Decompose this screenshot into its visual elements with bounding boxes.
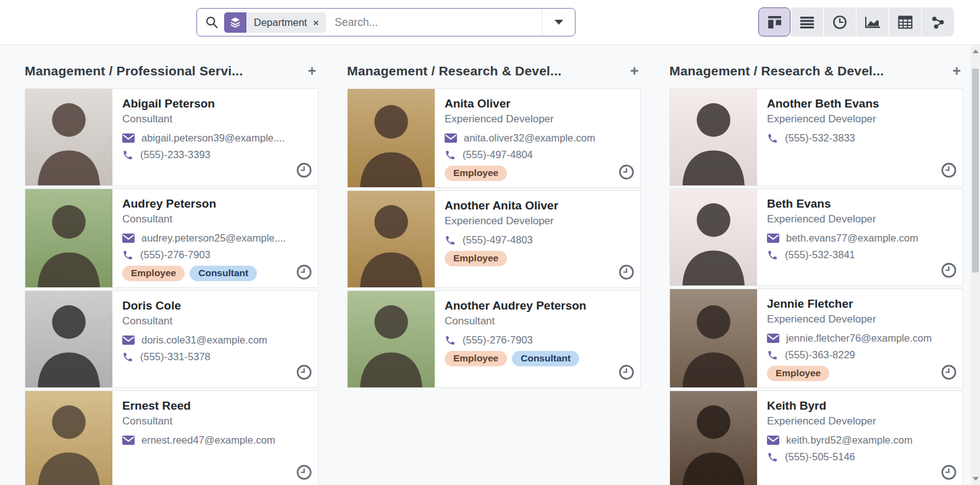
employee-card[interactable]: Jennie Fletcher Experienced Developer je… <box>669 289 963 388</box>
employee-email-row[interactable]: jennie.fletcher76@example.com <box>767 332 954 344</box>
employee-tags: EmployeeConsultant <box>445 351 632 366</box>
employee-card[interactable]: Audrey Peterson Consultant audrey.peters… <box>25 188 319 288</box>
employee-card[interactable]: Anita Oliver Experienced Developer anita… <box>347 88 641 188</box>
employee-job-title: Consultant <box>122 213 309 226</box>
employee-tag: Employee <box>767 366 829 381</box>
activity-clock-icon[interactable] <box>940 364 957 383</box>
employee-card[interactable]: Another Audrey Peterson Consultant (555)… <box>347 290 641 388</box>
envelope-icon <box>445 133 457 143</box>
scroll-down-arrow[interactable] <box>971 474 980 484</box>
employee-card[interactable]: Doris Cole Consultant doris.cole31@examp… <box>25 290 319 388</box>
activity-clock-icon[interactable] <box>296 464 312 483</box>
column-cards: Anita Oliver Experienced Developer anita… <box>347 88 641 388</box>
employee-name: Anita Oliver <box>445 97 632 111</box>
employee-phone-row[interactable]: (555)-276-7903 <box>122 249 309 261</box>
search-bar[interactable]: Department × <box>196 8 576 36</box>
employee-phone: (555)-532-3841 <box>785 249 855 261</box>
search-input[interactable] <box>326 16 542 29</box>
employee-card-body: Another Anita Oliver Experienced Develop… <box>435 191 640 287</box>
employee-card[interactable]: Another Anita Oliver Experienced Develop… <box>347 190 641 288</box>
employee-name: Another Anita Oliver <box>445 199 632 213</box>
view-pivot-button[interactable] <box>889 7 921 36</box>
employee-phone-row[interactable]: (555)-363-8229 <box>767 349 954 361</box>
employee-tags: Employee <box>445 166 632 181</box>
employee-card-body: Doris Cole Consultant doris.cole31@examp… <box>112 291 318 387</box>
activity-clock-icon[interactable] <box>618 264 635 283</box>
employee-name: Jennie Fletcher <box>767 297 954 311</box>
employee-tags: Employee <box>767 366 954 381</box>
employee-email-row[interactable]: abigail.peterson39@example.... <box>122 132 309 144</box>
view-kanban-button[interactable] <box>758 7 790 36</box>
phone-icon <box>122 352 133 363</box>
layers-icon <box>224 12 246 33</box>
employee-card-body: Another Audrey Peterson Consultant (555)… <box>435 291 640 387</box>
facet-remove-icon[interactable]: × <box>313 17 319 28</box>
activity-clock-icon[interactable] <box>940 464 957 483</box>
search-facet-label: Department <box>254 17 307 28</box>
phone-icon <box>122 250 133 261</box>
activity-clock-icon[interactable] <box>940 162 957 181</box>
employee-phone-row[interactable]: (555)-497-4804 <box>445 149 632 161</box>
employee-email: jennie.fletcher76@example.com <box>786 332 932 344</box>
search-options-toggle[interactable] <box>542 9 575 36</box>
add-record-button[interactable]: + <box>630 64 639 78</box>
activity-clock-icon[interactable] <box>618 164 635 183</box>
employee-phone-row[interactable]: (555)-497-4803 <box>445 234 632 246</box>
employee-phone-row[interactable]: (555)-233-3393 <box>122 149 309 161</box>
employee-name: Keith Byrd <box>767 399 954 413</box>
employee-email-row[interactable]: beth.evans77@example.com <box>767 232 954 244</box>
add-record-button[interactable]: + <box>308 64 316 78</box>
envelope-icon <box>767 334 779 343</box>
activity-clock-icon[interactable] <box>296 162 312 181</box>
employee-card[interactable]: Keith Byrd Experienced Developer keith.b… <box>669 390 963 485</box>
employee-card[interactable]: Ernest Reed Consultant ernest.reed47@exa… <box>25 390 319 485</box>
employee-email-row[interactable]: doris.cole31@example.com <box>122 334 309 346</box>
activity-clock-icon[interactable] <box>940 262 957 281</box>
envelope-icon <box>767 234 779 243</box>
employee-job-title: Consultant <box>122 315 309 327</box>
view-activity-button[interactable] <box>824 7 856 36</box>
employee-phone-row[interactable]: (555)-276-7903 <box>445 334 632 346</box>
employee-photo <box>25 189 112 287</box>
add-record-button[interactable]: + <box>953 64 961 78</box>
employee-name: Beth Evans <box>767 197 954 211</box>
activity-clock-icon[interactable] <box>618 364 635 383</box>
employee-phone-row[interactable]: (555)-532-3833 <box>767 132 954 144</box>
view-list-button[interactable] <box>791 7 823 36</box>
person-silhouette-icon <box>25 189 112 287</box>
activity-clock-icon[interactable] <box>296 264 312 283</box>
kanban-icon <box>768 15 782 29</box>
employee-phone-row[interactable]: (555)-505-5146 <box>767 451 954 463</box>
employee-email-row[interactable]: anita.oliver32@example.com <box>445 132 632 144</box>
view-hierarchy-button[interactable] <box>922 7 954 36</box>
employee-name: Another Beth Evans <box>767 97 954 111</box>
employee-phone-row[interactable]: (555)-532-3841 <box>767 249 954 261</box>
activity-clock-icon[interactable] <box>296 364 312 383</box>
employee-job-title: Consultant <box>445 315 632 327</box>
employee-card[interactable]: Another Beth Evans Experienced Developer… <box>669 88 963 186</box>
chevron-down-icon <box>555 20 563 25</box>
employee-email-row[interactable]: ernest.reed47@example.com <box>122 434 309 446</box>
employee-email-row[interactable]: audrey.peterson25@example.... <box>122 232 309 244</box>
employee-email-row[interactable]: keith.byrd52@example.com <box>767 434 954 446</box>
kanban-column: Management / Research & Devel... + Anoth… <box>669 64 963 485</box>
person-silhouette-icon <box>348 89 435 187</box>
envelope-icon <box>122 133 135 143</box>
scroll-up-arrow[interactable] <box>971 46 980 56</box>
envelope-icon <box>122 436 135 445</box>
view-graph-button[interactable] <box>856 7 889 36</box>
employee-card-body: Ernest Reed Consultant ernest.reed47@exa… <box>112 391 318 485</box>
envelope-icon <box>122 335 135 345</box>
vertical-scrollbar[interactable] <box>971 45 980 485</box>
employee-card[interactable]: Abigail Peterson Consultant abigail.pete… <box>25 88 319 186</box>
employee-phone-row[interactable]: (555)-331-5378 <box>122 351 309 363</box>
envelope-icon <box>767 436 779 445</box>
person-silhouette-icon <box>670 89 757 185</box>
column-header: Management / Research & Devel... + <box>669 64 963 78</box>
employee-job-title: Experienced Developer <box>767 313 954 326</box>
employee-tags: EmployeeConsultant <box>122 266 309 281</box>
employee-card[interactable]: Beth Evans Experienced Developer beth.ev… <box>669 188 963 286</box>
scrollbar-thumb[interactable] <box>972 69 979 272</box>
employee-tag: Employee <box>122 266 185 281</box>
phone-icon <box>767 250 778 261</box>
